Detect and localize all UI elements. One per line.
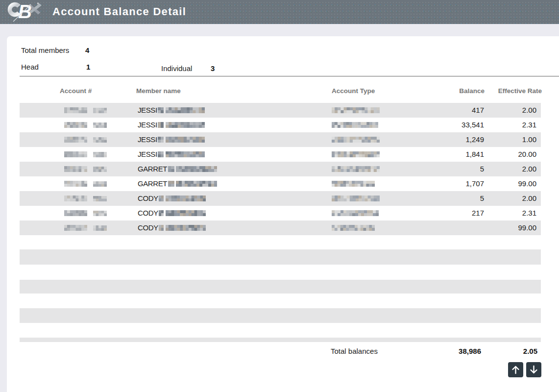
svg-text:B: B	[18, 1, 32, 22]
